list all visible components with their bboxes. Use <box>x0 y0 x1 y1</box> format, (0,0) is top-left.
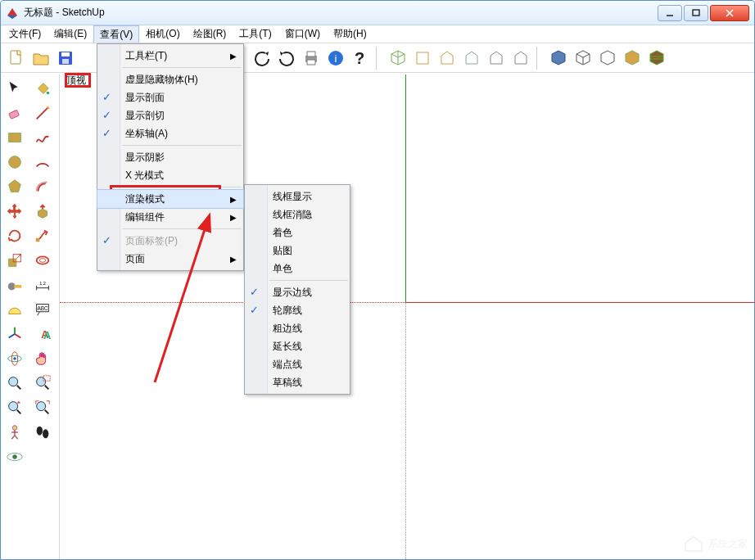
view-menu-item: ✓页面标签(P) <box>97 232 243 250</box>
render-submenu-item[interactable]: 单色 <box>245 260 350 278</box>
model-info-button[interactable]: i <box>324 47 347 70</box>
menu-edit[interactable]: 编辑(E) <box>47 25 93 43</box>
svg-point-37 <box>9 402 18 411</box>
view-menu-item[interactable]: ✓显示剖面 <box>97 88 243 106</box>
3d-text-tool[interactable]: AA <box>29 322 57 346</box>
view-menu-item[interactable]: 工具栏(T)▶ <box>97 47 243 65</box>
protractor-tool[interactable] <box>1 297 29 322</box>
render-submenu-item[interactable]: 贴图 <box>245 242 350 260</box>
circle-tool[interactable] <box>1 150 29 174</box>
axes-tool[interactable] <box>1 322 29 346</box>
render-submenu-item[interactable]: 线框消隐 <box>245 205 350 224</box>
zoom-window-tool[interactable] <box>29 371 57 395</box>
dimension-tool[interactable]: 1.2 <box>29 273 57 297</box>
xray-button[interactable] <box>547 47 570 70</box>
view-menu-item[interactable]: 虚显隐藏物体(H) <box>97 70 243 88</box>
previous-view-tool[interactable] <box>1 395 29 420</box>
line-tool[interactable] <box>29 101 57 125</box>
open-file-button[interactable] <box>29 47 52 70</box>
top-view-button[interactable] <box>411 47 434 70</box>
menu-help[interactable]: 帮助(H) <box>327 25 373 43</box>
shaded-button[interactable] <box>621 47 644 70</box>
svg-point-34 <box>9 377 18 386</box>
menu-item-label: 草稿线 <box>273 376 302 390</box>
zoom-tool[interactable] <box>1 371 29 395</box>
render-submenu-item[interactable]: 粗边线 <box>245 319 350 337</box>
eraser-tool[interactable] <box>1 101 29 125</box>
window-buttons <box>656 5 749 21</box>
select-tool[interactable] <box>1 76 29 101</box>
render-submenu-item[interactable]: ✓轮廓线 <box>245 301 350 319</box>
close-button[interactable] <box>710 5 749 21</box>
zoom-extents-tool[interactable] <box>29 395 57 420</box>
menu-file[interactable]: 文件(F) <box>2 25 47 43</box>
textured-button[interactable] <box>645 47 668 70</box>
pan-tool[interactable] <box>29 346 57 371</box>
rectangle-tool[interactable] <box>1 125 29 150</box>
menu-tools[interactable]: 工具(T) <box>233 25 278 43</box>
svg-point-33 <box>13 357 16 360</box>
look-around-tool[interactable] <box>1 445 29 469</box>
svg-point-22 <box>37 256 49 264</box>
axis-green <box>405 75 406 302</box>
view-menu-item[interactable]: ✓显示剖切 <box>97 106 243 124</box>
render-submenu-item[interactable]: 线框显示 <box>245 187 350 205</box>
minimize-button[interactable] <box>658 5 682 21</box>
print-button[interactable] <box>300 47 323 70</box>
menu-item-label: 端点线 <box>273 358 302 372</box>
menu-window[interactable]: 窗口(W) <box>278 25 327 43</box>
view-menu-item[interactable]: ✓坐标轴(A) <box>97 124 243 142</box>
polygon-tool[interactable] <box>1 174 29 199</box>
pushpull-tool[interactable] <box>29 199 57 224</box>
iso-view-button[interactable] <box>387 47 409 70</box>
render-submenu-item[interactable]: 端点线 <box>245 355 350 373</box>
position-camera-tool[interactable] <box>1 420 29 445</box>
render-submenu-item[interactable]: 着色 <box>245 224 350 242</box>
help-button[interactable]: ? <box>349 47 372 70</box>
wireframe-button[interactable] <box>572 47 595 70</box>
new-file-button[interactable] <box>5 47 28 70</box>
menu-item-label: 显示剖面 <box>125 91 165 105</box>
watermark: 系统之家 <box>683 535 748 553</box>
undo-button[interactable] <box>251 47 274 70</box>
render-submenu-item[interactable]: 延长线 <box>245 337 350 355</box>
menu-camera[interactable]: 相机(O) <box>139 25 186 43</box>
back-view-button[interactable] <box>485 47 508 70</box>
orbit-tool[interactable] <box>1 346 29 371</box>
text-tool[interactable]: ABC <box>29 297 57 322</box>
front-view-button[interactable] <box>436 47 459 70</box>
freehand-tool[interactable] <box>29 125 57 150</box>
walk-tool[interactable] <box>29 420 57 445</box>
arc-tool[interactable] <box>29 150 57 174</box>
svg-text:ABC: ABC <box>37 305 48 311</box>
scale-tool[interactable] <box>1 248 29 273</box>
svg-rect-19 <box>36 238 40 242</box>
view-menu-item[interactable]: X 光模式 <box>97 166 243 184</box>
render-submenu-item[interactable]: 草稿线 <box>245 373 350 391</box>
submenu-arrow-icon: ▶ <box>230 213 237 222</box>
left-view-button[interactable] <box>509 47 532 70</box>
maximize-button[interactable] <box>684 5 708 21</box>
offset-face-tool[interactable] <box>29 248 57 273</box>
tape-measure-tool[interactable] <box>1 273 29 297</box>
move-tool[interactable] <box>1 199 29 224</box>
rotate-tool[interactable] <box>1 224 29 248</box>
right-view-button[interactable] <box>460 47 483 70</box>
app-window: 无标题 - SketchUp 文件(F) 编辑(E) 查看(V) 相机(O) 绘… <box>0 0 755 560</box>
followme-tool[interactable] <box>29 224 57 248</box>
toolbar-separator-2 <box>536 47 543 70</box>
paint-bucket-tool[interactable] <box>29 76 57 101</box>
view-menu-item[interactable]: 编辑组件▶ <box>97 208 243 226</box>
save-button[interactable] <box>54 47 77 70</box>
view-menu-item[interactable]: 显示阴影 <box>97 148 243 166</box>
menu-draw[interactable]: 绘图(R) <box>187 25 233 43</box>
section-plane-tool[interactable] <box>29 445 57 469</box>
hidden-line-button[interactable] <box>596 47 619 70</box>
offset-tool[interactable] <box>29 174 57 199</box>
view-menu-item[interactable]: 页面▶ <box>97 250 243 268</box>
redo-button[interactable] <box>275 47 298 70</box>
menu-view[interactable]: 查看(V) <box>93 25 139 43</box>
view-menu-item[interactable]: 渲染模式▶ <box>97 190 243 208</box>
render-submenu-item[interactable]: ✓显示边线 <box>245 283 350 301</box>
menu-item-label: 虚显隐藏物体(H) <box>125 73 198 87</box>
